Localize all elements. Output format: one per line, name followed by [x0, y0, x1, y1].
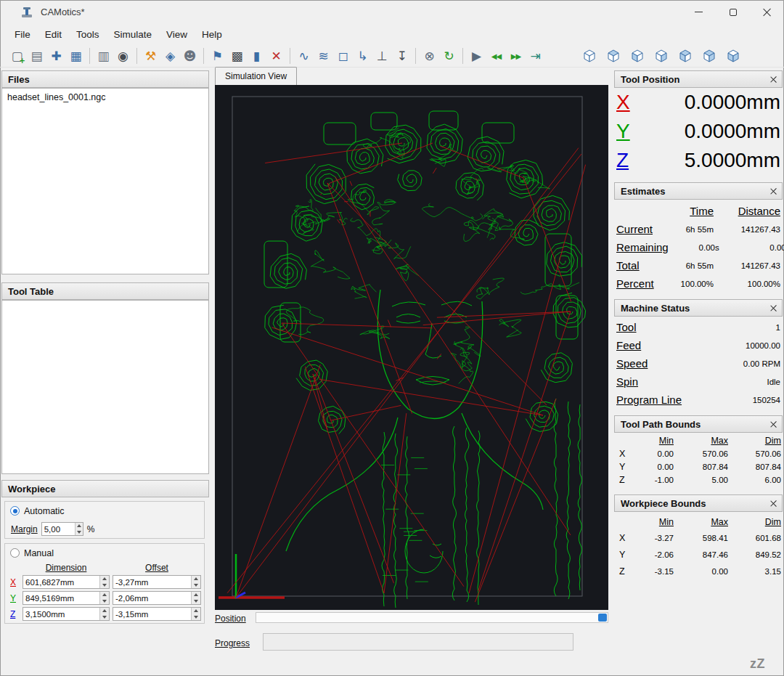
- add-file-icon: ✚: [51, 49, 61, 63]
- offset-y-input[interactable]: [113, 592, 191, 604]
- dim-value: 6.00: [728, 476, 781, 484]
- hide-axes-button[interactable]: ✕: [266, 46, 286, 65]
- margin-input[interactable]: [42, 523, 75, 535]
- menu-view[interactable]: View: [159, 25, 195, 44]
- menu-simulate[interactable]: Simulate: [107, 25, 160, 44]
- save-icon: ▦: [70, 49, 81, 63]
- spin-down-button[interactable]: [192, 598, 200, 605]
- tab-simulation-view[interactable]: Simulation View: [215, 67, 297, 85]
- spin-up-button[interactable]: [75, 523, 83, 529]
- max-value: 570.06: [674, 449, 728, 458]
- step-forward-icon: ⇥: [530, 49, 540, 63]
- dimension-z-input[interactable]: [23, 608, 99, 620]
- play-button[interactable]: ▶: [467, 46, 486, 65]
- fast-forward-button[interactable]: ▶▶: [506, 46, 526, 65]
- spin-up-icon: [102, 593, 107, 596]
- tool-position-row-z: Z 5.0000mm: [614, 146, 783, 175]
- axis-z-label: Z: [10, 609, 20, 619]
- tool-path-bounds-title: Tool Path Bounds: [621, 419, 701, 430]
- probe-plane-button[interactable]: ⊥: [372, 46, 392, 65]
- spin-up-icon: [102, 577, 107, 580]
- rewind-button[interactable]: ◀◀: [486, 46, 506, 65]
- export-button[interactable]: ▥: [94, 46, 113, 65]
- offset-z-input[interactable]: [113, 608, 191, 620]
- spin-up-button[interactable]: [192, 592, 200, 598]
- spin-down-button[interactable]: [100, 614, 109, 621]
- menu-tools[interactable]: Tools: [69, 25, 107, 44]
- offset-y-spinbox: [113, 591, 201, 605]
- machine-status-close-button[interactable]: [768, 303, 779, 314]
- max-value: 807.84: [674, 463, 728, 471]
- close-icon: [769, 500, 777, 508]
- menu-edit[interactable]: Edit: [38, 25, 69, 44]
- minimize-icon: [695, 12, 703, 12]
- toolbar-separator: [415, 48, 416, 64]
- step-forward-button[interactable]: ⇥: [526, 46, 545, 65]
- manual-radio[interactable]: [10, 548, 20, 558]
- spin-up-button[interactable]: [100, 576, 109, 582]
- spin-down-button[interactable]: [192, 582, 200, 589]
- spin-down-button[interactable]: [75, 529, 83, 536]
- tool-table-list[interactable]: [1, 300, 209, 474]
- path-segment-button[interactable]: ↳: [353, 46, 372, 65]
- distance-value: 0.00: [719, 243, 784, 252]
- tool-path-bounds-table: Min Max Dim X 0.00 570.06 570.06 Y 0.00 …: [614, 434, 783, 486]
- automatic-radio[interactable]: [10, 506, 20, 516]
- tool-position-close-button[interactable]: [768, 74, 779, 85]
- view-left-button[interactable]: [701, 47, 718, 65]
- dimension-x-input[interactable]: [23, 576, 99, 588]
- reload-button[interactable]: ↻: [439, 46, 459, 65]
- tool-view-button[interactable]: ▮: [247, 46, 266, 65]
- view-top-button[interactable]: [605, 47, 622, 65]
- minimize-button[interactable]: [682, 0, 716, 24]
- workpiece-bounds-close-button[interactable]: [768, 498, 779, 509]
- probe-tool-button[interactable]: ↧: [392, 46, 412, 65]
- shield-button[interactable]: ◈: [160, 46, 180, 65]
- spin-up-button[interactable]: [100, 592, 109, 598]
- save-file-button[interactable]: ▦: [66, 46, 86, 65]
- new-file-button[interactable]: ▢+: [7, 46, 27, 65]
- tool-settings-button[interactable]: ⚒: [141, 46, 160, 65]
- spin-down-button[interactable]: [192, 614, 200, 621]
- row-label: Current: [616, 223, 663, 235]
- view-bottom-button[interactable]: [724, 47, 742, 65]
- app-icon: [20, 6, 33, 19]
- axes-flag-button[interactable]: ⚑: [208, 46, 227, 65]
- snapshot-button[interactable]: ◉: [113, 46, 133, 65]
- user-button[interactable]: ☻: [180, 46, 200, 65]
- simulation-viewport[interactable]: [215, 85, 608, 610]
- offset-x-input[interactable]: [113, 576, 191, 588]
- col-max: Max: [674, 517, 728, 527]
- menu-file[interactable]: File: [7, 25, 38, 44]
- spin-up-button[interactable]: [192, 576, 200, 582]
- open-file-button[interactable]: ▤: [27, 46, 46, 65]
- dimension-y-input[interactable]: [23, 592, 99, 604]
- axis-z-label: Z: [616, 149, 629, 172]
- view-front-button[interactable]: [629, 47, 646, 65]
- surface-grid-button[interactable]: ▩: [227, 46, 247, 65]
- add-file-button[interactable]: ✚: [46, 46, 66, 65]
- file-list-item[interactable]: headset_lines_0001.ngc: [2, 89, 208, 106]
- spin-down-button[interactable]: [100, 598, 109, 605]
- tool-position-row-y: Y 0.0000mm: [614, 117, 783, 146]
- stop-button[interactable]: ⊗: [420, 46, 439, 65]
- spin-up-button[interactable]: [100, 608, 109, 614]
- view-back-button[interactable]: [677, 47, 694, 65]
- spin-down-button[interactable]: [100, 582, 109, 589]
- close-button[interactable]: [750, 0, 784, 24]
- maximize-button[interactable]: [716, 0, 750, 24]
- menu-help[interactable]: Help: [195, 25, 229, 44]
- dimension-x-spinbox: [23, 575, 110, 589]
- toolpath-wave-button[interactable]: ∿: [294, 46, 314, 65]
- view-right-button[interactable]: [653, 47, 670, 65]
- bounds-cube-icon: ◻: [338, 49, 348, 63]
- position-slider-handle[interactable]: [598, 614, 607, 622]
- bounds-cube-button[interactable]: ◻: [333, 46, 353, 65]
- view-isometric-button[interactable]: [581, 47, 598, 65]
- spin-up-icon: [194, 593, 198, 596]
- spin-up-button[interactable]: [192, 608, 200, 614]
- position-slider[interactable]: [256, 612, 608, 623]
- estimates-close-button[interactable]: [768, 186, 779, 197]
- tool-path-bounds-close-button[interactable]: [768, 419, 779, 430]
- wire-surface-button[interactable]: ≋: [314, 46, 333, 65]
